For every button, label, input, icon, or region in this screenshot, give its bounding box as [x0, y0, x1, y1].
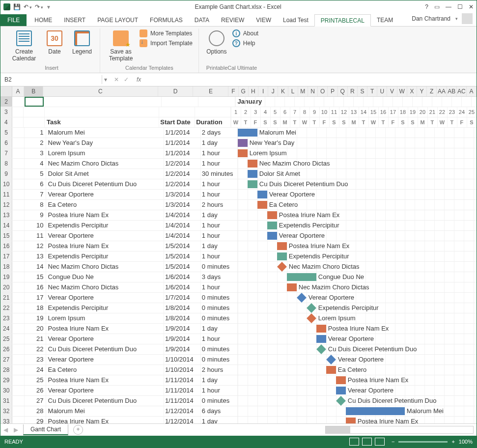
- table-row[interactable]: 16 12 Postea Iriure Nam Ex 1/5/2014 1 da…: [0, 241, 477, 252]
- table-row[interactable]: 24 20 Postea Iriure Nam Ex 1/9/2014 1 da…: [0, 324, 477, 334]
- table-row[interactable]: 7 3 Lorem Ipsum 1/1/2014 1 hour Lorem Ip…: [0, 148, 477, 159]
- cell-number[interactable]: 11: [25, 231, 46, 241]
- cell-start[interactable]: 1/11/2014: [164, 375, 201, 385]
- table-row[interactable]: 31 27 Cu Duis Diceret Petentium Duo 1/11…: [0, 396, 477, 406]
- cell-duration[interactable]: 0 minutes: [201, 303, 238, 313]
- col-header[interactable]: R: [348, 86, 358, 96]
- cell-start[interactable]: 1/7/2014: [164, 293, 201, 303]
- cell-duration[interactable]: 1 hour: [201, 386, 238, 395]
- user-account[interactable]: Dan Chartrand ▾: [408, 11, 477, 26]
- cell-duration[interactable]: 0 minutes: [201, 396, 238, 406]
- row-header[interactable]: 30: [0, 386, 12, 395]
- cell-duration[interactable]: 1 hour: [201, 179, 238, 189]
- col-header[interactable]: J: [268, 86, 278, 96]
- cell-task[interactable]: Ea Cetero: [46, 365, 164, 375]
- col-header[interactable]: U: [377, 86, 387, 96]
- col-header[interactable]: AA: [437, 86, 447, 96]
- cell-number[interactable]: 28: [25, 406, 46, 416]
- cell-duration[interactable]: 30 minutes: [201, 169, 238, 179]
- cell-start[interactable]: 1/4/2014: [164, 221, 201, 230]
- cell-number[interactable]: 14: [25, 262, 46, 272]
- new-sheet-button[interactable]: +: [73, 425, 83, 435]
- cell-number[interactable]: 17: [25, 293, 46, 303]
- row-header[interactable]: 11: [0, 190, 12, 199]
- name-box[interactable]: B2: [0, 75, 102, 84]
- cell-duration[interactable]: 0 minutes: [201, 293, 238, 303]
- cell-task[interactable]: Postea Iriure Nam Ex: [46, 210, 164, 220]
- cell-task[interactable]: Postea Iriure Nam Ex: [46, 241, 164, 251]
- cell-task[interactable]: Cu Duis Diceret Petentium Duo: [46, 396, 164, 406]
- cell-task[interactable]: Nec Mazim Choro Dictas: [46, 282, 164, 292]
- table-row[interactable]: 23 19 Lorem Ipsum 1/8/2014 0 minutes Lor…: [0, 313, 477, 324]
- ribbon-tab-view[interactable]: VIEW: [250, 14, 277, 26]
- cell-number[interactable]: 13: [25, 252, 46, 261]
- row-header[interactable]: 3: [0, 107, 12, 117]
- cell-duration[interactable]: 1 hour: [201, 334, 238, 344]
- qat-redo-icon[interactable]: ↷▾: [35, 3, 43, 10]
- help-button[interactable]: ?Help: [232, 39, 258, 47]
- cell-number[interactable]: 22: [25, 344, 46, 354]
- row-header[interactable]: 29: [0, 375, 12, 385]
- cell-start[interactable]: 1/5/2014: [164, 252, 201, 261]
- table-row[interactable]: 29 25 Postea Iriure Nam Ex 1/11/2014 1 d…: [0, 375, 477, 386]
- table-row[interactable]: 32 28 Malorum Mei 1/12/2014 6 days Malor…: [0, 406, 477, 417]
- table-row[interactable]: 15 11 Verear Oportere 1/4/2014 1 hour Ve…: [0, 231, 477, 241]
- cell-task[interactable]: Verear Oportere: [46, 334, 164, 344]
- cell-task[interactable]: Verear Oportere: [46, 190, 164, 199]
- col-header[interactable]: P: [328, 86, 337, 96]
- cell-task[interactable]: Congue Duo Ne: [46, 272, 164, 282]
- cell-duration[interactable]: 2 days: [201, 128, 238, 138]
- cell-duration[interactable]: 1 hour: [201, 159, 238, 168]
- table-row[interactable]: 13 9 Postea Iriure Nam Ex 1/4/2014 1 day…: [0, 210, 477, 221]
- cell-number[interactable]: 23: [25, 355, 46, 364]
- cell-start[interactable]: 1/11/2014: [164, 386, 201, 395]
- cell-duration[interactable]: 3 days: [201, 272, 238, 282]
- cell-task[interactable]: Verear Oportere: [46, 293, 164, 303]
- cell-start[interactable]: 1/6/2014: [164, 282, 201, 292]
- cell-duration[interactable]: 1 hour: [201, 190, 238, 199]
- cell-duration[interactable]: 1 day: [201, 241, 238, 251]
- cell-start[interactable]: 1/8/2014: [164, 303, 201, 313]
- table-row[interactable]: 11 7 Verear Oportere 1/3/2014 1 hour Ver…: [0, 190, 477, 200]
- ribbon-tab-review[interactable]: REVIEW: [215, 14, 250, 26]
- cell-duration[interactable]: 2 hours: [201, 365, 238, 375]
- col-header[interactable]: E: [193, 86, 228, 96]
- table-row[interactable]: 18 14 Nec Mazim Choro Dictas 1/5/2014 0 …: [0, 262, 477, 272]
- cell-duration[interactable]: 1 day: [201, 210, 238, 220]
- cell-number[interactable]: 5: [25, 169, 46, 179]
- ribbon-tab-formulas[interactable]: FORMULAS: [144, 14, 189, 26]
- cell-task[interactable]: Verear Oportere: [46, 231, 164, 241]
- cell[interactable]: [12, 97, 24, 107]
- cell-start[interactable]: 1/1/2014: [164, 128, 201, 138]
- col-header[interactable]: K: [278, 86, 288, 96]
- row-header[interactable]: 19: [0, 272, 12, 282]
- ribbon-tab-printablecal[interactable]: PRINTABLECAL: [314, 14, 371, 27]
- cell-number[interactable]: 9: [25, 210, 46, 220]
- cell-start[interactable]: 1/10/2014: [164, 365, 201, 375]
- column-headers[interactable]: ABCDEFGHIJKLMNOPQRSTUVWXYZAAABACA: [0, 86, 477, 97]
- col-header[interactable]: D: [158, 86, 194, 96]
- row-header[interactable]: 22: [0, 303, 12, 313]
- zoom-out-icon[interactable]: −: [392, 439, 394, 445]
- cell-duration[interactable]: 1 day: [201, 324, 238, 334]
- cell-number[interactable]: 4: [25, 159, 46, 168]
- row-header[interactable]: 23: [0, 313, 12, 323]
- cell-number[interactable]: 24: [25, 365, 46, 375]
- cell-number[interactable]: 29: [25, 417, 46, 423]
- table-row[interactable]: 33 29 Postea Iriure Nam Ex 1/12/2014 1 d…: [0, 417, 477, 423]
- options-button[interactable]: Options: [205, 28, 228, 55]
- cell-duration[interactable]: 6 days: [201, 406, 238, 416]
- row-header[interactable]: 12: [0, 200, 12, 210]
- ribbon-tab-data[interactable]: DATA: [189, 14, 215, 26]
- cell-duration[interactable]: 1 hour: [201, 148, 238, 158]
- cell-start[interactable]: 1/9/2014: [164, 334, 201, 344]
- select-all-corner[interactable]: [0, 86, 12, 96]
- col-header[interactable]: I: [258, 86, 268, 96]
- row-header[interactable]: 24: [0, 324, 12, 334]
- zoom-slider[interactable]: [398, 441, 448, 443]
- sheet-nav-prev-icon[interactable]: ◀: [0, 426, 11, 433]
- cell-start[interactable]: 1/12/2014: [164, 417, 201, 423]
- cell-task[interactable]: Cu Duis Diceret Petentium Duo: [46, 344, 164, 354]
- cell-number[interactable]: 19: [25, 313, 46, 323]
- cell-task[interactable]: Expetendis Percipitur: [46, 221, 164, 230]
